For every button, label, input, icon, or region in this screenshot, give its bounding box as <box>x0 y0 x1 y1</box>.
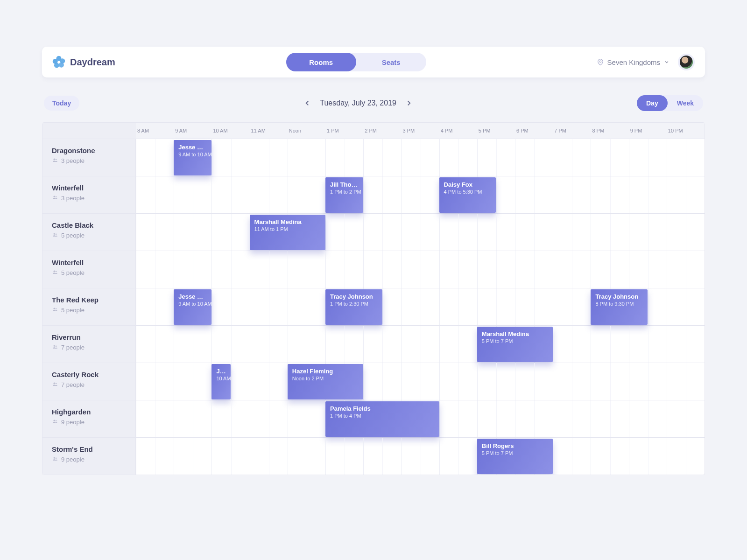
hour-cell[interactable] <box>477 251 515 288</box>
hour-cell[interactable] <box>477 139 515 176</box>
hour-cell[interactable] <box>629 176 667 213</box>
hour-cell[interactable] <box>401 251 439 288</box>
hour-cell[interactable] <box>591 176 628 213</box>
hour-cell[interactable] <box>667 251 705 288</box>
event[interactable]: Tracy Johnson8 PM to 9:30 PM <box>591 289 648 325</box>
hour-cell[interactable] <box>174 363 211 400</box>
location-selector[interactable]: Seven Kingdoms <box>597 58 669 66</box>
hour-cell[interactable] <box>250 288 288 325</box>
hour-cell[interactable] <box>629 214 667 251</box>
hour-cell[interactable] <box>136 288 174 325</box>
hour-cell[interactable] <box>250 438 288 475</box>
hour-cell[interactable] <box>250 139 288 176</box>
hour-cell[interactable] <box>401 139 439 176</box>
hour-cell[interactable] <box>325 251 363 288</box>
hour-cell[interactable] <box>136 214 174 251</box>
hour-cell[interactable] <box>136 326 174 363</box>
hour-cell[interactable] <box>211 251 249 288</box>
hour-cell[interactable] <box>136 176 174 213</box>
avatar[interactable] <box>678 54 695 70</box>
view-week[interactable]: Week <box>668 95 703 111</box>
hour-cell[interactable] <box>363 438 401 475</box>
hour-cell[interactable] <box>629 139 667 176</box>
hour-cell[interactable] <box>553 214 591 251</box>
hour-cell[interactable] <box>629 363 667 400</box>
hour-cell[interactable] <box>325 326 363 363</box>
hour-cell[interactable] <box>515 214 553 251</box>
hour-cell[interactable] <box>667 176 705 213</box>
hour-cell[interactable] <box>515 288 553 325</box>
hour-cell[interactable] <box>629 251 667 288</box>
hour-cell[interactable] <box>288 176 325 213</box>
hour-cell[interactable] <box>439 139 477 176</box>
hour-cell[interactable] <box>401 326 439 363</box>
hour-cell[interactable] <box>288 438 325 475</box>
hour-cell[interactable] <box>211 438 249 475</box>
hour-cell[interactable] <box>515 176 553 213</box>
event[interactable]: Daisy Fox4 PM to 5:30 PM <box>439 177 496 213</box>
event[interactable]: Tracy Johnson1 PM to 2:30 PM <box>325 289 382 325</box>
hour-cell[interactable] <box>250 363 288 400</box>
hour-cell[interactable] <box>667 326 705 363</box>
hour-cell[interactable] <box>211 139 249 176</box>
hour-cell[interactable] <box>667 139 705 176</box>
hour-cell[interactable] <box>174 176 211 213</box>
hour-cell[interactable] <box>363 214 401 251</box>
hour-cell[interactable] <box>174 438 211 475</box>
room-track[interactable]: Bill Rogers5 PM to 7 PM <box>136 438 705 475</box>
hour-cell[interactable] <box>325 139 363 176</box>
event[interactable]: Jesse Rodriguez9 AM to 10 AM <box>174 140 211 175</box>
hour-cell[interactable] <box>211 400 249 437</box>
event[interactable]: Jill Thompson1 PM to 2 PM <box>325 177 363 213</box>
hour-cell[interactable] <box>591 363 628 400</box>
hour-cell[interactable] <box>629 438 667 475</box>
hour-cell[interactable] <box>401 438 439 475</box>
event[interactable]: Marshall Medina5 PM to 7 PM <box>477 327 553 362</box>
hour-cell[interactable] <box>591 139 628 176</box>
hour-cell[interactable] <box>553 288 591 325</box>
hour-cell[interactable] <box>363 176 401 213</box>
hour-cell[interactable] <box>553 139 591 176</box>
hour-cell[interactable] <box>439 400 477 437</box>
event[interactable]: Hazel FlemingNoon to 2 PM <box>288 364 363 399</box>
room-track[interactable]: Marshall Medina5 PM to 7 PM <box>136 326 705 363</box>
hour-cell[interactable] <box>439 438 477 475</box>
hour-cell[interactable] <box>401 176 439 213</box>
hour-cell[interactable] <box>401 288 439 325</box>
room-track[interactable]: Jill Thompson1 PM to 2 PMDaisy Fox4 PM t… <box>136 176 705 213</box>
hour-cell[interactable] <box>288 139 325 176</box>
hour-cell[interactable] <box>211 176 249 213</box>
hour-cell[interactable] <box>174 214 211 251</box>
hour-cell[interactable] <box>401 363 439 400</box>
hour-cell[interactable] <box>477 363 515 400</box>
room-cell[interactable]: Winterfell3 people <box>42 176 136 213</box>
view-day[interactable]: Day <box>637 95 668 111</box>
hour-cell[interactable] <box>136 400 174 437</box>
hour-cell[interactable] <box>629 326 667 363</box>
event[interactable]: Pamela Fields1 PM to 4 PM <box>325 401 439 437</box>
hour-cell[interactable] <box>363 363 401 400</box>
hour-cell[interactable] <box>288 400 325 437</box>
hour-cell[interactable] <box>174 326 211 363</box>
hour-cell[interactable] <box>363 326 401 363</box>
room-cell[interactable]: Dragonstone3 people <box>42 139 136 176</box>
hour-cell[interactable] <box>439 214 477 251</box>
next-day-button[interactable] <box>405 99 413 107</box>
room-cell[interactable]: Storm's End9 people <box>42 438 136 475</box>
room-track[interactable]: Pamela Fields1 PM to 4 PM <box>136 400 705 437</box>
room-track[interactable]: Jill Thompson10 AM to 10:30 AMHazel Flem… <box>136 363 705 400</box>
hour-cell[interactable] <box>211 326 249 363</box>
tab-seats[interactable]: Seats <box>356 53 426 71</box>
hour-cell[interactable] <box>211 288 249 325</box>
hour-cell[interactable] <box>515 251 553 288</box>
hour-cell[interactable] <box>363 251 401 288</box>
hour-cell[interactable] <box>553 251 591 288</box>
hour-cell[interactable] <box>250 251 288 288</box>
hour-cell[interactable] <box>174 251 211 288</box>
today-button[interactable]: Today <box>44 96 79 111</box>
hour-cell[interactable] <box>325 438 363 475</box>
room-track[interactable]: Jesse Rodriguez9 AM to 10 AMTracy Johnso… <box>136 288 705 325</box>
room-cell[interactable]: Riverrun7 people <box>42 326 136 363</box>
hour-cell[interactable] <box>288 251 325 288</box>
room-cell[interactable]: Castle Black5 people <box>42 214 136 251</box>
